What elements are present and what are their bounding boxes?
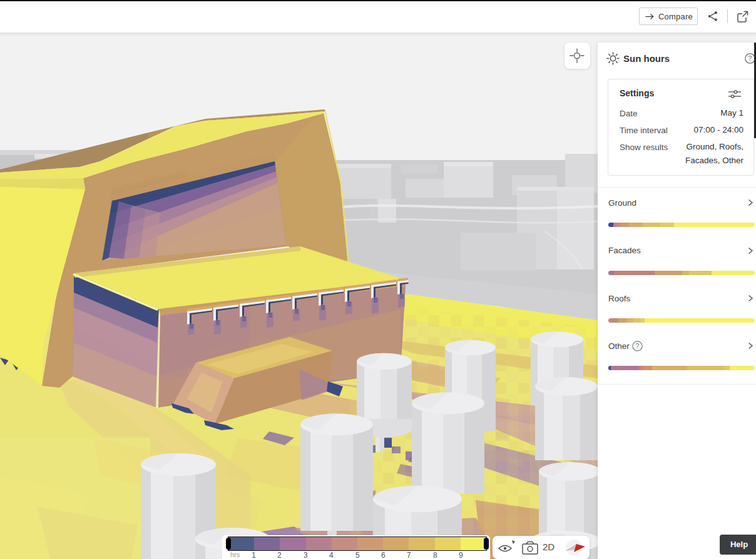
svg-text:?: ?	[636, 342, 640, 350]
svg-text:?: ?	[748, 54, 752, 62]
